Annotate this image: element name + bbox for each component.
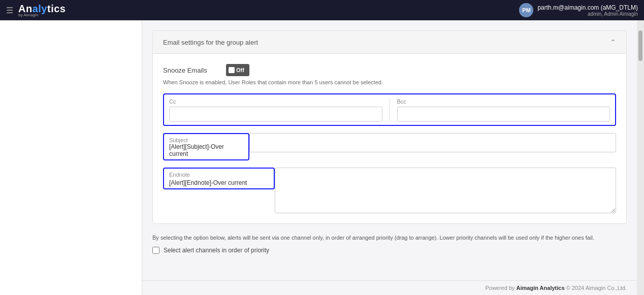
user-email: parth.m@aimagin.com (aMG_DTLM): [537, 4, 638, 11]
endnote-box-value: [Alert][Endnote]-Over current: [169, 179, 269, 186]
card-header: Email settings for the group alert ⌃: [153, 31, 626, 54]
card-body: Snooze Emails Off When Snooze is enabled…: [153, 54, 626, 223]
endnote-textarea[interactable]: [275, 168, 616, 213]
email-settings-card: Email settings for the group alert ⌃ Sno…: [152, 30, 627, 224]
subject-input[interactable]: [249, 133, 616, 152]
bcc-label: Bcc: [397, 99, 610, 105]
priority-hint: By selecting the option below, alerts wi…: [152, 234, 627, 242]
endnote-box: Endnote [Alert][Endnote]-Over current: [163, 168, 275, 189]
bcc-input[interactable]: [397, 107, 610, 122]
checkbox-row: Select alert channels in order of priori…: [152, 247, 627, 254]
main-layout: Email settings for the group alert ⌃ Sno…: [0, 20, 644, 295]
endnote-box-label: Endnote: [169, 172, 269, 178]
user-role: admin, Admin Aimagin: [537, 11, 638, 17]
snooze-row: Snooze Emails Off: [163, 64, 616, 76]
powered-year: © 2024 Aimagin Co.,Ltd.: [565, 285, 627, 291]
brand-logo: Analytics by Aimagin: [18, 3, 66, 17]
chevron-up-icon[interactable]: ⌃: [610, 38, 616, 46]
cc-input[interactable]: [169, 107, 382, 122]
navbar-left: ☰ Analytics by Aimagin: [6, 3, 66, 17]
bottom-section: By selecting the option below, alerts wi…: [142, 229, 637, 261]
snooze-label: Snooze Emails: [163, 67, 219, 74]
content-area: Email settings for the group alert ⌃ Sno…: [142, 20, 637, 295]
subject-box-value: [Alert][Subject]-Over current: [169, 143, 243, 157]
subject-row: Subject [Alert][Subject]-Over current: [163, 133, 616, 160]
cc-label: Cc: [169, 99, 382, 105]
cc-bcc-container: Cc Bcc: [163, 93, 616, 126]
right-scrollbar[interactable]: [637, 20, 644, 295]
avatar: PM: [519, 3, 533, 17]
navbar: ☰ Analytics by Aimagin PM parth.m@aimagi…: [0, 0, 644, 20]
powered-brand: Aimagin Analytics: [517, 285, 565, 291]
priority-checkbox[interactable]: [152, 247, 159, 254]
subject-box-label: Subject: [169, 137, 243, 143]
scrollbar-thumb[interactable]: [638, 30, 642, 61]
subject-box: Subject [Alert][Subject]-Over current: [163, 133, 249, 160]
content-inner: Email settings for the group alert ⌃ Sno…: [142, 30, 637, 281]
priority-checkbox-label: Select alert channels in order of priori…: [164, 247, 269, 254]
user-info: parth.m@aimagin.com (aMG_DTLM) admin, Ad…: [537, 4, 638, 17]
field-divider: [390, 99, 390, 122]
snooze-hint: When Snooze is enabled, User Roles that …: [163, 79, 616, 85]
card-title: Email settings for the group alert: [163, 39, 258, 46]
sidebar: [0, 20, 142, 295]
navbar-right: PM parth.m@aimagin.com (aMG_DTLM) admin,…: [519, 3, 638, 17]
cc-field: Cc: [169, 99, 382, 122]
endnote-row: Endnote [Alert][Endnote]-Over current: [163, 168, 616, 213]
powered-text: Powered by: [485, 285, 516, 291]
toggle-label: Off: [236, 67, 244, 73]
hamburger-icon[interactable]: ☰: [6, 6, 13, 15]
snooze-toggle[interactable]: Off: [226, 64, 249, 76]
bcc-field: Bcc: [397, 99, 610, 122]
powered-footer: Powered by Aimagin Analytics © 2024 Aima…: [142, 280, 637, 295]
